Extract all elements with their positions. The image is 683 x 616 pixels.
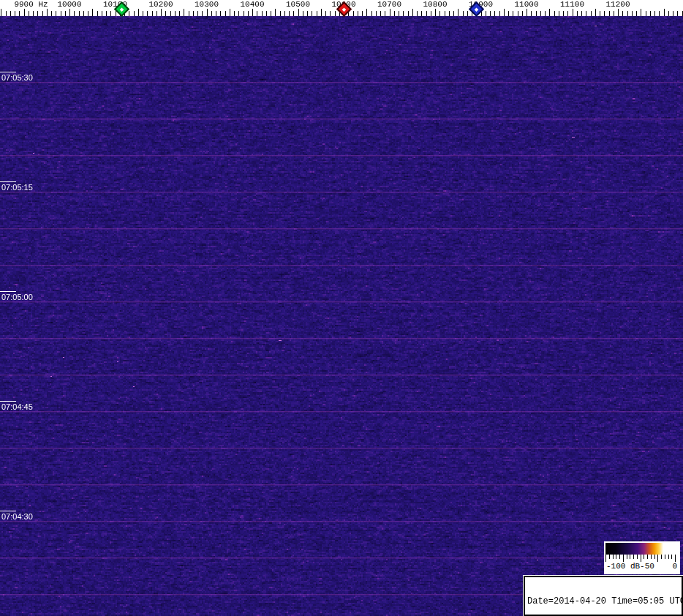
colorbar-gradient bbox=[605, 543, 679, 555]
freq-tick-label: 10000 bbox=[57, 0, 81, 9]
colorbar: -100 dB -50 0 bbox=[604, 541, 680, 574]
time-tick bbox=[0, 72, 16, 72]
marker-center-dot bbox=[342, 7, 346, 11]
freq-tick-label: 10500 bbox=[286, 0, 310, 9]
freq-tick-label: 9900 Hz bbox=[14, 0, 48, 9]
time-label: 07:04:30 bbox=[1, 512, 33, 521]
time-label: 07:04:45 bbox=[1, 402, 33, 411]
colorbar-label-max: 0 bbox=[672, 562, 677, 571]
info-box: Date=2014-04-20 Time=05:05 UTC Freq=143 … bbox=[524, 576, 683, 616]
freq-tick-label: 10300 bbox=[195, 0, 219, 9]
time-label: 07:05:00 bbox=[1, 293, 33, 301]
waterfall-screen: 9900 Hz100001010010200103001040010500106… bbox=[0, 0, 683, 616]
freq-tick-label: 11000 bbox=[514, 0, 538, 9]
freq-tick-label: 10700 bbox=[377, 0, 401, 9]
freq-tick-label: 11200 bbox=[605, 0, 630, 9]
colorbar-label-min: -100 dB bbox=[606, 562, 640, 571]
time-tick bbox=[0, 181, 16, 182]
freq-tick-label: 11100 bbox=[560, 0, 584, 9]
time-tick bbox=[0, 511, 16, 511]
time-label: 07:05:15 bbox=[1, 183, 33, 192]
time-label: 07:05:30 bbox=[1, 73, 33, 82]
time-tick bbox=[0, 291, 16, 292]
time-tick bbox=[0, 401, 16, 402]
info-line-date: Date=2014-04-20 Time=05:05 UTC bbox=[527, 597, 679, 606]
freq-tick-label: 10400 bbox=[240, 0, 264, 9]
marker-center-dot bbox=[120, 7, 124, 11]
marker-center-dot bbox=[474, 7, 478, 11]
freq-tick-label: 10800 bbox=[423, 0, 447, 9]
colorbar-label-mid: -50 bbox=[640, 562, 654, 571]
spectrogram-waterfall bbox=[0, 0, 683, 616]
freq-tick-label: 10200 bbox=[148, 0, 173, 9]
